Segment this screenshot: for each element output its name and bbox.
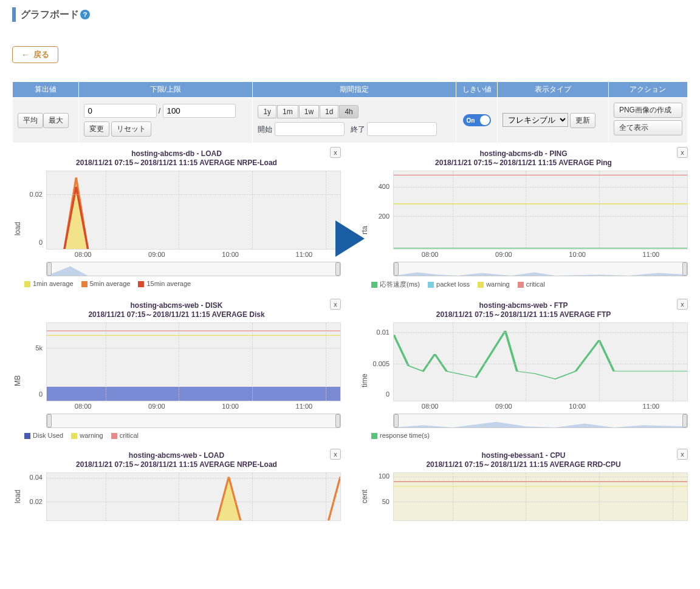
svg-marker-1 (47, 266, 340, 276)
end-label: 終了 (351, 125, 365, 134)
swatch-icon (111, 433, 117, 439)
calc-avg-button[interactable]: 平均 (18, 113, 43, 128)
chart-title: hosting-abcms-db - LOAD (12, 149, 341, 158)
help-icon[interactable]: ? (80, 10, 90, 19)
chart-plot[interactable] (393, 322, 688, 401)
chart-cell-5: x hosting-ebessan1 - CPU 2018/11/21 07:1… (359, 451, 688, 521)
swatch-icon (518, 282, 524, 288)
chart-subtitle: 2018/11/21 07:15～2018/11/21 11:15 AVERAG… (12, 310, 341, 320)
back-button[interactable]: ← 戻る (12, 46, 58, 63)
start-label: 開始 (258, 125, 272, 134)
display-type-select[interactable]: フレキシブル (503, 113, 568, 127)
period-1d[interactable]: 1d (320, 105, 338, 118)
reset-button[interactable]: リセット (111, 121, 151, 137)
update-button[interactable]: 更新 (570, 113, 595, 128)
y-ticks: 0.02 0.04 (26, 472, 44, 521)
nav-handle-left[interactable] (394, 262, 399, 276)
col-calc: 算出値 (13, 82, 79, 98)
chart-navigator[interactable] (46, 262, 341, 276)
nav-handle-left[interactable] (47, 414, 52, 427)
back-label: 戻る (33, 49, 49, 60)
chart-close-button[interactable]: x (330, 299, 341, 310)
swatch-icon (371, 433, 377, 439)
chart-title: hosting-abcms-web - FTP (359, 301, 688, 310)
swatch-icon (24, 281, 30, 287)
chart-navigator[interactable] (393, 262, 688, 276)
nav-handle-right[interactable] (335, 262, 340, 276)
swatch-icon (371, 282, 377, 288)
col-action: アクション (608, 82, 687, 98)
controls-table: 算出値 下限/上限 期間指定 しきい値 表示タイプ アクション 平均最大 / 変… (12, 81, 688, 143)
y-ticks: 0 0.005 0.01 (372, 322, 391, 401)
page-title: グラフボード (21, 9, 79, 21)
nav-handle-right[interactable] (335, 414, 340, 427)
title-accent (12, 7, 16, 22)
chart-plot[interactable] (46, 171, 341, 250)
play-icon[interactable] (335, 220, 365, 257)
chart-subtitle: 2018/11/21 07:15～2018/11/21 11:15 AVERAG… (359, 460, 688, 470)
chart-navigator[interactable] (46, 414, 341, 428)
start-input[interactable] (275, 122, 345, 136)
chart-ylabel: load (12, 171, 24, 287)
chart-close-button[interactable]: x (677, 449, 688, 460)
chart-close-button[interactable]: x (330, 449, 341, 460)
swatch-icon (428, 282, 434, 288)
x-ticks: 08:0009:0010:0011:00 (46, 403, 341, 410)
chart-plot[interactable] (46, 472, 341, 521)
chart-legend: 応答速度(ms) packet loss warning critical (371, 280, 688, 289)
chart-cell-4: x hosting-abcms-web - LOAD 2018/11/21 07… (12, 451, 341, 521)
chart-plot[interactable] (393, 472, 688, 521)
upper-input[interactable] (163, 104, 236, 118)
png-export-button[interactable]: PNG画像の作成 (614, 103, 682, 118)
chart-plot[interactable] (46, 322, 341, 401)
x-ticks: 08:0009:0010:0011:00 (46, 251, 341, 258)
nav-handle-right[interactable] (682, 414, 687, 427)
col-display: 表示タイプ (497, 82, 608, 98)
nav-handle-left[interactable] (394, 414, 399, 427)
chart-legend: 1min average 5min average 15min average (24, 280, 341, 287)
period-range-group: 1y 1m 1w 1d 4h (258, 105, 451, 118)
slash: / (159, 107, 163, 115)
chart-subtitle: 2018/11/21 07:15～2018/11/21 11:15 AVERAG… (359, 310, 688, 320)
svg-rect-5 (47, 387, 340, 401)
chart-cell-1: x hosting-abcms-db - PING 2018/11/21 07:… (359, 149, 688, 289)
chart-title: hosting-abcms-web - DISK (12, 301, 341, 310)
period-1w[interactable]: 1w (299, 105, 319, 118)
nav-handle-left[interactable] (47, 262, 52, 276)
chart-title: hosting-ebessan1 - CPU (359, 451, 688, 460)
calc-max-button[interactable]: 最大 (43, 113, 69, 128)
chart-close-button[interactable]: x (677, 147, 688, 158)
col-range: 下限/上限 (78, 82, 253, 98)
chart-ylabel: cent (359, 472, 371, 521)
chart-legend: response time(s) (371, 432, 688, 439)
change-button[interactable]: 変更 (84, 121, 109, 137)
period-1y[interactable]: 1y (258, 105, 276, 118)
chart-title: hosting-abcms-db - PING (359, 149, 688, 158)
chart-ylabel: MB (12, 322, 24, 439)
nav-handle-right[interactable] (682, 262, 687, 276)
chart-ylabel: time (359, 322, 371, 439)
y-ticks: 50 100 (372, 472, 391, 521)
chart-close-button[interactable]: x (677, 299, 688, 310)
lower-input[interactable] (84, 104, 157, 118)
y-ticks: 0 0.02 (26, 171, 44, 250)
period-4h[interactable]: 4h (339, 105, 358, 118)
end-input[interactable] (367, 122, 437, 136)
swatch-icon (81, 281, 88, 287)
chart-navigator[interactable] (393, 414, 688, 428)
chart-subtitle: 2018/11/21 07:15～2018/11/21 11:15 AVERAG… (12, 460, 341, 470)
chart-plot[interactable] (393, 171, 688, 250)
swatch-icon (138, 281, 144, 287)
threshold-toggle-label: On (467, 117, 475, 124)
y-ticks: 0 5k (26, 322, 44, 401)
period-1m[interactable]: 1m (277, 105, 298, 118)
chart-cell-2: x hosting-abcms-web - DISK 2018/11/21 07… (12, 301, 341, 439)
chart-ylabel: load (12, 472, 24, 521)
threshold-toggle[interactable]: On (463, 114, 491, 126)
chart-close-button[interactable]: x (330, 147, 341, 158)
chart-subtitle: 2018/11/21 07:15～2018/11/21 11:15 AVERAG… (359, 158, 688, 168)
arrow-left-icon: ← (21, 50, 30, 60)
chart-cell-0: x hosting-abcms-db - LOAD 2018/11/21 07:… (12, 149, 341, 289)
show-all-button[interactable]: 全て表示 (614, 120, 682, 135)
y-ticks: 200 400 (372, 171, 391, 250)
